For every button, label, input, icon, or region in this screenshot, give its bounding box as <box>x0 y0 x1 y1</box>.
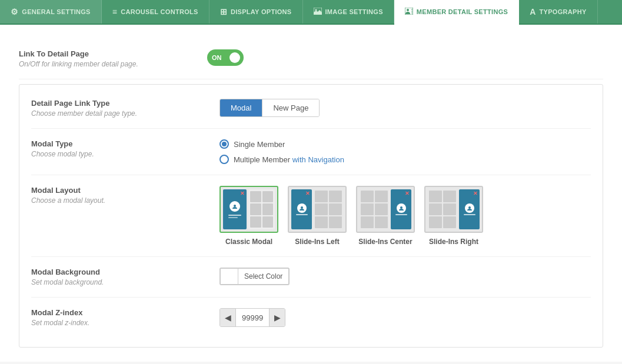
slide-ins-right-img: ✕ <box>424 186 483 233</box>
tab-image[interactable]: IMAGE SETTINGS <box>303 0 394 24</box>
image-icon <box>314 7 322 16</box>
detail-page-link-type-desc: Choose member detail page type. <box>31 109 219 118</box>
modal-background-control: Select Color <box>219 268 591 285</box>
modal-layout-label-col: Modal Layout Choose a modal layout. <box>31 186 219 205</box>
color-swatch <box>221 269 238 284</box>
tab-member-label: MEMBER DETAIL SETTINGS <box>417 8 508 15</box>
tab-typography-label: TYPOGRAPHY <box>540 8 587 15</box>
navigation-text: with Navigation <box>290 155 344 164</box>
modal-layout-desc: Choose a modal layout. <box>31 196 219 205</box>
tab-display[interactable]: ⊞ DISPLAY OPTIONS <box>209 0 303 24</box>
link-type-btn-group: Modal New Page <box>219 99 320 117</box>
color-label: Select Color <box>238 272 288 280</box>
display-icon: ⊞ <box>220 7 227 16</box>
modal-layout-label: Modal Layout <box>31 186 219 195</box>
classic-left-panel: ✕ <box>223 189 247 229</box>
carousel-icon: ≡ <box>112 7 117 16</box>
tab-bar: ⚙ GENERAL SETTINGS ≡ CAROUSEL CONTROLS ⊞… <box>0 0 622 25</box>
classic-inner: ✕ <box>221 187 277 232</box>
zindex-decrement-btn[interactable]: ◀ <box>220 309 235 326</box>
slide-ins-right-card[interactable]: ✕ Slide-Ins Right <box>424 186 483 246</box>
modal-zindex-row: Modal Z-index Set modal z-index. ◀ 99999… <box>31 298 591 338</box>
tab-carousel-label: CAROUSEL CONTROLS <box>121 8 198 15</box>
modal-background-desc: Set modal background. <box>31 278 219 286</box>
svg-point-3 <box>407 9 409 11</box>
detail-page-link-type-label: Detail Page Link Type <box>31 99 219 108</box>
detail-page-link-type-control: Modal New Page <box>219 99 591 117</box>
new-page-btn[interactable]: New Page <box>262 99 319 116</box>
svg-point-8 <box>301 206 303 209</box>
link-to-detail-label: Link To Detail Page <box>19 49 207 58</box>
classic-right-panel <box>248 189 275 229</box>
modal-background-label-col: Modal Background Set modal background. <box>31 268 219 286</box>
modal-layout-row: Modal Layout Choose a modal layout. ✓ <box>31 175 591 257</box>
slide-ins-left-card[interactable]: ✕ <box>288 186 347 246</box>
modal-type-label-col: Modal Type Choose modal type. <box>31 139 219 158</box>
tab-image-label: IMAGE SETTINGS <box>325 8 383 15</box>
typography-icon: A <box>530 7 535 16</box>
slide-ins-right-label: Slide-Ins Right <box>429 238 478 246</box>
toggle-label: ON <box>212 54 222 61</box>
modal-zindex-label-col: Modal Z-index Set modal z-index. <box>31 308 219 327</box>
link-to-detail-row: Link To Detail Page On/Off for linking m… <box>19 39 603 79</box>
modal-zindex-control: ◀ 99999 ▶ <box>219 308 591 327</box>
svg-point-9 <box>400 206 403 209</box>
zindex-value: 99999 <box>235 309 270 326</box>
single-member-label: Single Member <box>234 140 285 149</box>
link-to-detail-control: ON <box>207 49 603 66</box>
slide-ins-left-img: ✕ <box>288 186 347 233</box>
modal-type-label: Modal Type <box>31 139 219 148</box>
gear-icon: ⚙ <box>11 7 18 16</box>
link-to-detail-toggle[interactable]: ON <box>207 49 244 66</box>
link-to-detail-desc: On/Off for linking member detail page. <box>19 60 207 68</box>
color-picker-btn[interactable]: Select Color <box>219 268 290 285</box>
modal-layout-control: ✓ ✕ <box>219 186 591 246</box>
modal-background-row: Modal Background Set modal background. S… <box>31 257 591 298</box>
modal-zindex-desc: Set modal z-index. <box>31 319 219 327</box>
bordered-section: Detail Page Link Type Choose member deta… <box>19 84 603 348</box>
detail-page-link-type-label-col: Detail Page Link Type Choose member deta… <box>31 99 219 118</box>
modal-background-label: Modal Background <box>31 268 219 276</box>
single-member-radio-circle <box>219 139 229 149</box>
slide-ins-center-label: Slide-Ins Center <box>358 238 412 246</box>
zindex-increment-btn[interactable]: ▶ <box>270 309 285 326</box>
multiple-member-label: Multiple Member with Navigation <box>234 155 344 164</box>
classic-modal-label: Classic Modal <box>225 238 272 246</box>
member-icon <box>405 7 413 16</box>
link-to-detail-label-col: Link To Detail Page On/Off for linking m… <box>19 49 207 68</box>
single-member-radio[interactable]: Single Member <box>219 139 344 149</box>
modal-type-radio-group: Single Member Multiple Member with Navig… <box>219 139 344 164</box>
tab-general[interactable]: ⚙ GENERAL SETTINGS <box>0 0 102 24</box>
svg-point-10 <box>468 206 471 209</box>
modal-type-desc: Choose modal type. <box>31 150 219 158</box>
zindex-stepper: ◀ 99999 ▶ <box>219 308 285 327</box>
classic-modal-card[interactable]: ✓ ✕ <box>219 186 278 246</box>
tab-display-label: DISPLAY OPTIONS <box>231 8 292 15</box>
toggle-knob <box>229 52 240 63</box>
layout-cards: ✓ ✕ <box>219 186 483 246</box>
tab-carousel[interactable]: ≡ CAROUSEL CONTROLS <box>102 0 209 24</box>
modal-type-control: Single Member Multiple Member with Navig… <box>219 139 591 164</box>
modal-zindex-label: Modal Z-index <box>31 308 219 317</box>
tab-typography[interactable]: A TYPOGRAPHY <box>519 0 597 24</box>
slide-ins-center-img: ✕ <box>356 186 415 233</box>
multiple-member-radio[interactable]: Multiple Member with Navigation <box>219 155 344 164</box>
classic-modal-img: ✓ ✕ <box>219 186 278 233</box>
multiple-member-radio-circle <box>219 155 229 164</box>
tab-general-label: GENERAL SETTINGS <box>22 8 90 15</box>
svg-point-7 <box>234 205 236 207</box>
main-content: Link To Detail Page On/Off for linking m… <box>0 25 622 362</box>
slide-ins-left-label: Slide-Ins Left <box>295 238 339 246</box>
tab-member[interactable]: MEMBER DETAIL SETTINGS <box>394 0 519 25</box>
modal-btn[interactable]: Modal <box>220 99 262 116</box>
modal-type-row: Modal Type Choose modal type. Single Mem… <box>31 129 591 175</box>
slide-ins-center-card[interactable]: ✕ Slide-Ins Center <box>356 186 415 246</box>
detail-page-link-type-row: Detail Page Link Type Choose member deta… <box>31 94 591 129</box>
